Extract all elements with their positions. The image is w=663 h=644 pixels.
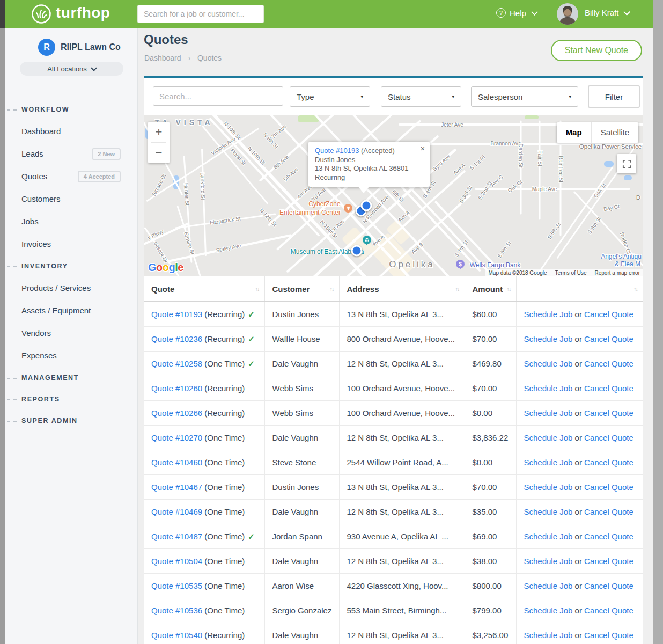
sidebar-item-quotes[interactable]: Quotes4 Accepted	[5, 165, 137, 188]
cancel-quote-link[interactable]: Cancel Quote	[584, 581, 633, 590]
sidebar-item-leads[interactable]: Leads2 New	[5, 143, 137, 165]
food-poi-icon[interactable]	[344, 204, 352, 213]
start-new-quote-button[interactable]: Start New Quote	[551, 40, 642, 61]
column-header-amount[interactable]: Amount↑↓	[465, 276, 516, 302]
column-header-quote[interactable]: Quote↑↓	[144, 276, 264, 302]
quote-link[interactable]: Quote #10536	[151, 606, 202, 615]
quotes-search-input[interactable]	[153, 86, 283, 106]
museum-poi-icon[interactable]	[363, 236, 371, 244]
quote-link[interactable]: Quote #10258	[151, 359, 202, 368]
zoom-in-button[interactable]: +	[148, 122, 170, 142]
schedule-job-link[interactable]: Schedule Job	[524, 433, 573, 442]
fullscreen-button[interactable]	[617, 154, 636, 173]
breadcrumb-dashboard[interactable]: Dashboard	[144, 54, 181, 62]
quote-link[interactable]: Quote #10460	[151, 458, 202, 467]
schedule-job-link[interactable]: Schedule Job	[524, 384, 573, 393]
schedule-job-link[interactable]: Schedule Job	[524, 482, 573, 492]
column-header-customer[interactable]: Customer↑↓	[264, 276, 339, 302]
cancel-quote-link[interactable]: Cancel Quote	[584, 310, 633, 319]
cancel-quote-link[interactable]: Cancel Quote	[584, 482, 633, 492]
cancel-quote-link[interactable]: Cancel Quote	[584, 532, 633, 541]
google-logo[interactable]: Google	[148, 261, 183, 274]
quote-link[interactable]: Quote #10469	[151, 507, 202, 516]
quote-link[interactable]: Quote #10535	[151, 581, 202, 590]
address-cell: 12 N 8th St, Opelika AL 3...	[339, 352, 465, 376]
sidebar-item-jobs[interactable]: Jobs	[5, 210, 137, 233]
quote-link[interactable]: Quote #10260	[151, 384, 202, 393]
page-title: Quotes	[144, 32, 188, 47]
cancel-quote-link[interactable]: Cancel Quote	[584, 507, 633, 516]
schedule-job-link[interactable]: Schedule Job	[524, 359, 573, 368]
salesperson-filter-select[interactable]: Salesperson ▾	[471, 86, 578, 107]
schedule-job-link[interactable]: Schedule Job	[524, 631, 573, 640]
location-selector[interactable]: All Locations	[20, 62, 123, 76]
cancel-quote-link[interactable]: Cancel Quote	[584, 384, 633, 393]
schedule-job-link[interactable]: Schedule Job	[524, 606, 573, 615]
quote-link[interactable]: Quote #10467	[151, 482, 202, 492]
quote-link[interactable]: Quote #10270	[151, 433, 202, 442]
sidebar-item-customers[interactable]: Customers	[5, 188, 137, 210]
sidebar-item-products-services[interactable]: Products / Services	[5, 277, 137, 299]
schedule-job-link[interactable]: Schedule Job	[524, 507, 573, 516]
schedule-job-link[interactable]: Schedule Job	[524, 310, 573, 319]
cancel-quote-link[interactable]: Cancel Quote	[584, 458, 633, 467]
terms-of-use-link[interactable]: Terms of Use	[555, 270, 587, 276]
popup-quote-link[interactable]: Quote #10193	[315, 147, 359, 155]
sidebar-item-invoices[interactable]: Invoices	[5, 233, 137, 255]
cancel-quote-link[interactable]: Cancel Quote	[584, 408, 633, 418]
cancel-quote-link[interactable]: Cancel Quote	[584, 359, 633, 368]
cancel-quote-link[interactable]: Cancel Quote	[584, 334, 633, 343]
quote-cell: Quote #10540 (Recurring)	[144, 623, 264, 644]
schedule-job-link[interactable]: Schedule Job	[524, 458, 573, 467]
page-scrollbar[interactable]	[653, 0, 663, 644]
quote-link[interactable]: Quote #10266	[151, 408, 202, 418]
user-menu[interactable]: Billy Kraft	[585, 8, 629, 17]
nav-section-super-admin[interactable]: SUPER ADMIN	[5, 410, 137, 431]
schedule-job-link[interactable]: Schedule Job	[524, 581, 573, 590]
quote-cell: Quote #10504 (One Time)	[144, 549, 264, 574]
schedule-job-link[interactable]: Schedule Job	[524, 557, 573, 566]
customer-cell: Dale Vaughn	[264, 352, 339, 376]
schedule-job-link[interactable]: Schedule Job	[524, 532, 573, 541]
cancel-quote-link[interactable]: Cancel Quote	[584, 557, 633, 566]
quote-link[interactable]: Quote #10540	[151, 631, 202, 640]
user-avatar[interactable]	[557, 3, 578, 25]
quote-map-marker[interactable]	[361, 200, 372, 211]
nav-section-reports[interactable]: REPORTS	[5, 389, 137, 410]
schedule-job-link[interactable]: Schedule Job	[524, 334, 573, 343]
global-search-input[interactable]	[137, 5, 264, 23]
bank-poi-icon[interactable]: $	[456, 260, 465, 268]
google-map[interactable]: + − Map Satellite × Quote #10193 (Accept…	[144, 115, 643, 276]
nav-section-management[interactable]: MANAGEMENT	[5, 367, 137, 389]
sidebar-item-vendors[interactable]: Vendors	[5, 322, 137, 345]
status-filter-select[interactable]: Status ▾	[381, 86, 461, 107]
accepted-check-icon: ✓	[248, 334, 255, 343]
nav-section-workflow[interactable]: WORKFLOW	[5, 99, 137, 120]
quote-map-marker[interactable]	[351, 245, 363, 257]
help-menu[interactable]: ? Help	[496, 8, 537, 18]
type-filter-select[interactable]: Type ▾	[290, 86, 370, 107]
quote-link[interactable]: Quote #10236	[151, 334, 202, 343]
cancel-quote-link[interactable]: Cancel Quote	[584, 606, 633, 615]
brand-wordmark[interactable]: turfhop	[56, 4, 110, 21]
quote-link[interactable]: Quote #10504	[151, 557, 202, 566]
report-map-error-link[interactable]: Report a map error	[595, 270, 640, 276]
sidebar-item-label: Vendors	[21, 328, 51, 338]
quote-link[interactable]: Quote #10193	[151, 310, 202, 319]
quote-link[interactable]: Quote #10487	[151, 532, 202, 541]
column-header-actions[interactable]: ↑↓	[516, 276, 643, 302]
zoom-out-button[interactable]: −	[148, 143, 170, 163]
schedule-job-link[interactable]: Schedule Job	[524, 408, 573, 418]
cancel-quote-link[interactable]: Cancel Quote	[584, 433, 633, 442]
left-scrollbar[interactable]	[0, 0, 5, 644]
filter-button[interactable]: Filter	[588, 85, 640, 108]
map-view-button[interactable]: Map	[557, 122, 591, 143]
close-icon[interactable]: ×	[421, 144, 425, 153]
sidebar-item-expenses[interactable]: Expenses	[5, 345, 137, 367]
sidebar-item-assets-equipment[interactable]: Assets / Equipment	[5, 299, 137, 322]
cancel-quote-link[interactable]: Cancel Quote	[584, 631, 633, 640]
satellite-view-button[interactable]: Satellite	[591, 122, 638, 143]
column-header-address[interactable]: Address↑↓	[339, 276, 465, 302]
nav-section-inventory[interactable]: INVENTORY	[5, 255, 137, 277]
sidebar-item-dashboard[interactable]: Dashboard	[5, 120, 137, 143]
